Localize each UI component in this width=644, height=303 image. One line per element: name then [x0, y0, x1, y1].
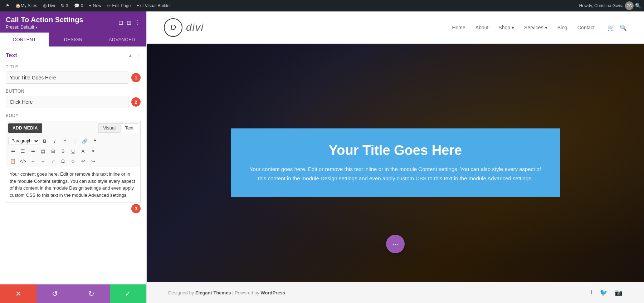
nav-home[interactable]: Home	[452, 25, 465, 30]
nav-contact[interactable]: Contact	[577, 25, 595, 30]
text-tab[interactable]: Text	[120, 123, 138, 133]
body-editor[interactable]: Your content goes here. Edit or remove t…	[6, 167, 141, 202]
admin-bar-right: Howdy, Christina Gwira CG 🔍	[579, 1, 641, 10]
special-char-btn[interactable]: Ω	[58, 156, 68, 166]
title-input[interactable]	[6, 72, 128, 84]
strikethrough-btn[interactable]: S	[58, 146, 68, 156]
fullscreen-btn[interactable]: ⤢	[48, 156, 58, 166]
indent-btn[interactable]: →	[28, 156, 38, 166]
add-media-button[interactable]: ADD MEDIA	[8, 123, 42, 133]
title-badge: 1	[131, 73, 141, 82]
emoji-btn[interactable]: ☺	[68, 156, 78, 166]
undo-editor-btn[interactable]: ↩	[78, 156, 88, 166]
edit-page-btn[interactable]: ✏ Edit Page	[104, 0, 133, 11]
underline-btn[interactable]: U	[68, 146, 78, 156]
cancel-button[interactable]: ✕	[0, 284, 36, 303]
paste-btn[interactable]: 📋	[8, 156, 18, 166]
button-badge: 2	[131, 97, 141, 107]
cta-module[interactable]: Your Title Goes Here Your content goes h…	[231, 128, 560, 197]
facebook-icon[interactable]: f	[591, 289, 592, 297]
nav-shop[interactable]: Shop ▾	[498, 25, 514, 30]
editor-toolbar: Paragraph B I ≡ ⋮ 🔗 ❝ ⬅ ☰ ➡ ▤	[6, 135, 141, 167]
ordered-list-btn[interactable]: ⋮	[70, 136, 79, 146]
align-center-btn[interactable]: ☰	[18, 146, 28, 156]
code-btn[interactable]: </>	[18, 156, 28, 166]
services-chevron-icon: ▾	[545, 25, 547, 30]
button-input[interactable]	[6, 96, 128, 108]
bold-btn[interactable]: B	[40, 136, 49, 146]
revisions-counter[interactable]: ↻ 3	[58, 0, 71, 11]
exit-vb-btn[interactable]: Exit Visual Builder	[133, 0, 174, 11]
dots-icon: ···	[392, 240, 399, 248]
nav-icons: 🛒 🔍	[608, 24, 627, 31]
redo-button[interactable]: ↻	[73, 284, 110, 303]
collapse-icon[interactable]: ▲	[128, 53, 133, 58]
instagram-icon[interactable]: 📷	[615, 289, 623, 297]
site-footer: Designed by Elegant Themes | Powered by …	[147, 282, 644, 303]
nav-blog[interactable]: Blog	[557, 25, 567, 30]
wp-logo[interactable]: ⚑	[3, 0, 13, 11]
cart-icon[interactable]: 🛒	[608, 24, 615, 31]
visual-tab[interactable]: Visual	[98, 123, 120, 133]
footer-social: f 🐦 📷	[591, 289, 623, 297]
revisions-icon: ↻	[61, 3, 64, 8]
unordered-list-btn[interactable]: ≡	[60, 136, 69, 146]
main-layout: Call To Action Settings Preset: Default …	[0, 11, 644, 303]
comments-icon: 💬	[74, 3, 79, 8]
edit-icon: ✏	[107, 3, 111, 8]
body-label: Body	[6, 113, 141, 118]
panel-actions: ✕ ↺ ↻ ✓	[0, 284, 146, 303]
justify-btn[interactable]: ▤	[38, 146, 48, 156]
home-icon: 🏠	[15, 3, 21, 8]
expand-icon[interactable]: ⊞	[127, 19, 131, 26]
fab-button[interactable]: ···	[386, 235, 405, 253]
editor-toolbar-top: ADD MEDIA Visual Text	[6, 121, 141, 135]
save-button[interactable]: ✓	[110, 284, 146, 303]
admin-bar: ⚑ 🏠 My Sites ◎ Divi ↻ 3 💬 0 + New ✏ Edit…	[0, 0, 644, 11]
editor-view-tabs: Visual Text	[98, 123, 138, 133]
outdent-btn[interactable]: ←	[38, 156, 48, 166]
tab-content[interactable]: Content	[0, 33, 49, 47]
panel-content: Text ▲ ⋮ Title 1 Button 2 Body	[0, 47, 146, 284]
site-header: D divi Home About Shop ▾ Services ▾	[147, 11, 644, 44]
tab-advanced[interactable]: Advanced	[98, 33, 146, 47]
my-sites-menu[interactable]: 🏠 My Sites	[13, 0, 40, 11]
nav-services[interactable]: Services ▾	[524, 25, 547, 30]
more-icon[interactable]: ⋮	[135, 19, 141, 26]
new-menu[interactable]: + New	[86, 0, 104, 11]
text-color-btn[interactable]: A	[78, 146, 88, 156]
nav-about[interactable]: About	[475, 25, 489, 30]
divi-menu[interactable]: ◎ Divi	[40, 0, 58, 11]
body-badge: 3	[131, 204, 141, 213]
pin-icon[interactable]: ⊡	[118, 19, 123, 26]
table-btn[interactable]: ⊞	[48, 146, 58, 156]
twitter-icon[interactable]: 🐦	[600, 289, 608, 297]
panel-tabs: Content Design Advanced	[0, 33, 146, 47]
divi-icon: ◎	[43, 3, 47, 8]
text-color-arrow[interactable]: ▾	[88, 146, 98, 156]
paragraph-select[interactable]: Paragraph	[8, 137, 39, 145]
undo-button[interactable]: ↺	[36, 284, 73, 303]
section-more-icon[interactable]: ⋮	[136, 53, 141, 58]
align-left-btn[interactable]: ⬅	[8, 146, 18, 156]
align-right-btn[interactable]: ➡	[28, 146, 38, 156]
search-icon[interactable]: 🔍	[635, 3, 641, 9]
preset-selector[interactable]: Preset: Default ▾	[6, 24, 83, 30]
wp-icon: ⚑	[6, 3, 10, 8]
hero-section: Your Title Goes Here Your content goes h…	[147, 44, 644, 282]
avatar[interactable]: CG	[625, 1, 634, 10]
redo-editor-btn[interactable]: ↪	[88, 156, 98, 166]
blockquote-btn[interactable]: ❝	[90, 136, 99, 146]
search-nav-icon[interactable]: 🔍	[620, 24, 627, 31]
comments-counter[interactable]: 💬 0	[71, 0, 86, 11]
italic-btn[interactable]: I	[50, 136, 59, 146]
toolbar-row-3: 📋 </> → ← ⤢ Ω ☺ ↩ ↪	[8, 156, 138, 166]
link-btn[interactable]: 🔗	[80, 136, 89, 146]
logo-circle: D	[164, 18, 182, 37]
tab-design[interactable]: Design	[49, 33, 97, 47]
toolbar-row-1: Paragraph B I ≡ ⋮ 🔗 ❝	[8, 136, 138, 146]
plus-icon: +	[89, 3, 91, 8]
body-badge-row: 3	[6, 204, 141, 213]
text-section-header: Text ▲ ⋮	[6, 52, 141, 59]
text-section-title: Text	[6, 52, 17, 59]
